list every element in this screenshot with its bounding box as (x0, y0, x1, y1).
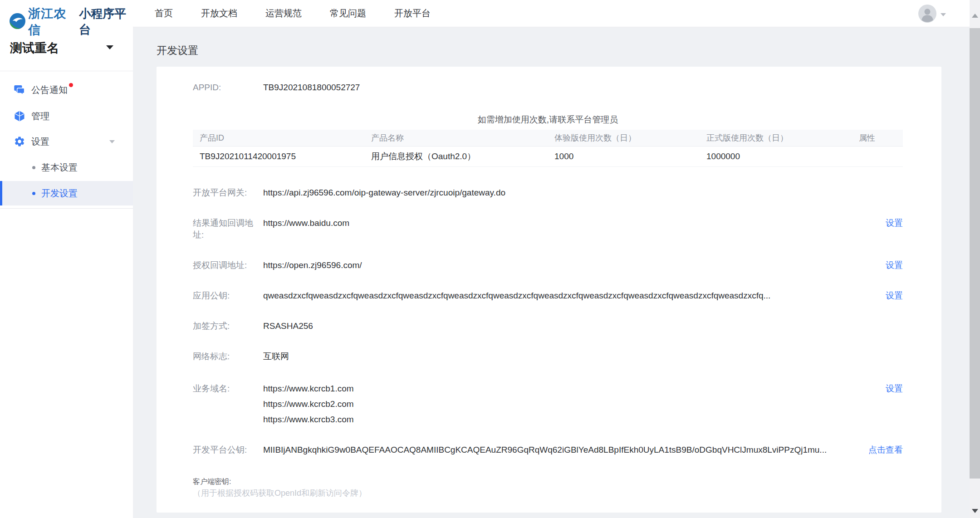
nav-item-rules[interactable]: 运营规范 (265, 7, 302, 20)
scroll-up-arrow-icon[interactable] (972, 14, 978, 18)
table-row: TB9J2021011420001975 用户信息授权（Oauth2.0） 10… (193, 147, 903, 167)
field-label: 授权回调地址: (193, 259, 263, 271)
nav-item-open-platform[interactable]: 开放平台 (394, 7, 431, 20)
page-title: 开发设置 (157, 44, 198, 58)
cell-prod-limit: 1000000 (700, 151, 852, 161)
sidebar-subitem-basic-settings[interactable]: 基本设置 (0, 155, 133, 180)
set-result-callback-link[interactable]: 设置 (886, 217, 903, 229)
main-nav: 首页 开放文档 运营规范 常见问题 开放平台 (133, 7, 431, 20)
top-navigation-bar: 首页 开放文档 运营规范 常见问题 开放平台 (133, 0, 970, 27)
sidebar-item-label: 设置 (31, 136, 49, 148)
sidebar-subitem-label: 基本设置 (41, 161, 78, 174)
sidebar-item-announcements[interactable]: 公告通知 (0, 77, 133, 103)
sidebar-subitem-label: 开发设置 (41, 187, 78, 200)
field-value: https://www.baidu.com (263, 218, 349, 228)
cube-icon (14, 110, 25, 122)
field-business-domains: 业务域名: https://www.kcrcb1.com https://www… (193, 381, 903, 427)
nav-item-faq[interactable]: 常见问题 (330, 7, 366, 20)
field-gateway: 开放平台网关: https://api.zj96596.com/oip-gate… (193, 187, 903, 199)
field-label: 业务域名: (193, 381, 263, 396)
field-sign-method: 加签方式: RSASHA256 (193, 320, 903, 332)
domain-item: https://www.kcrcb1.com (263, 381, 877, 396)
bullet-icon (32, 166, 35, 169)
avatar (918, 5, 936, 24)
col-header-trial-limit: 体验版使用次数（日） (548, 132, 700, 143)
set-app-public-key-link[interactable]: 设置 (886, 290, 903, 302)
message-icon (14, 84, 25, 96)
notification-badge (69, 83, 73, 87)
cell-product-id: TB9J2021011420001975 (193, 151, 364, 161)
col-header-product-name: 产品名称 (364, 132, 548, 143)
appid-row: APPID: TB9J2021081800052727 (193, 82, 903, 93)
logo-brand-text: 浙江农信 (28, 5, 74, 38)
usage-notice: 如需增加使用次数,请联系平台管理员 (193, 114, 903, 126)
domain-item: https://www.kcrcb2.com (263, 396, 877, 412)
bank-logo-icon (9, 13, 26, 31)
nav-item-home[interactable]: 首页 (155, 7, 173, 20)
field-label: 应用公钥: (193, 290, 263, 302)
user-menu[interactable] (918, 5, 946, 24)
field-label: 开放平台网关: (193, 187, 263, 199)
field-value: qweasdzxcfqweasdzxcfqweasdzxcfqweasdzxcf… (263, 291, 770, 300)
sidebar: 浙江农信 小程序平台 测试重名 公告通知 管理 设置 (0, 0, 133, 518)
workspace-caret-down-icon[interactable] (106, 45, 113, 49)
scroll-down-arrow-icon[interactable] (972, 509, 978, 513)
view-platform-public-key-link[interactable]: 点击查看 (868, 444, 903, 456)
sidebar-item-manage[interactable]: 管理 (0, 103, 133, 129)
product-table-header: 产品ID 产品名称 体验版使用次数（日） 正式版使用次数（日） 属性 (193, 130, 903, 147)
gear-icon (14, 136, 25, 147)
col-header-prod-limit: 正式版使用次数（日） (700, 132, 852, 143)
cell-product-name: 用户信息授权（Oauth2.0） (364, 151, 548, 162)
field-client-secret: 客户端密钥: （用于根据授权码获取OpenId和刷新访问令牌） (193, 477, 903, 499)
sidebar-divider (0, 208, 133, 209)
sidebar-item-label: 管理 (31, 110, 49, 122)
field-network-flag: 网络标志: 互联网 (193, 351, 903, 362)
set-domains-link[interactable]: 设置 (886, 381, 903, 396)
sidebar-item-settings[interactable]: 设置 (0, 129, 133, 154)
logo-suffix-text: 小程序平台 (79, 6, 133, 38)
client-secret-hint: （用于根据授权码获取OpenId和刷新访问令牌） (193, 487, 903, 499)
field-label: 加签方式: (193, 320, 263, 332)
appid-label: APPID: (193, 82, 263, 93)
field-result-callback: 结果通知回调地址: https://www.baidu.com 设置 (193, 217, 903, 241)
field-value: https://api.zj96596.com/oip-gateway-serv… (263, 188, 505, 197)
sidebar-item-label: 公告通知 (31, 84, 68, 96)
product-table: 产品ID 产品名称 体验版使用次数（日） 正式版使用次数（日） 属性 TB9J2… (193, 130, 903, 167)
field-value: 互联网 (263, 352, 289, 361)
user-caret-down-icon (941, 13, 946, 16)
sidebar-divider (0, 71, 133, 71)
col-header-product-id: 产品ID (193, 132, 364, 143)
field-value: MIIBIjANBgkqhkiG9w0BAQEFAAOCAQ8AMIIBCgKC… (263, 445, 827, 454)
field-label: 客户端密钥: (193, 477, 903, 487)
chevron-down-icon (109, 140, 115, 143)
nav-item-docs[interactable]: 开放文档 (201, 7, 237, 20)
workspace-name[interactable]: 测试重名 (10, 40, 59, 56)
field-value: RSASHA256 (263, 321, 313, 331)
sidebar-subitem-dev-settings[interactable]: 开发设置 (0, 181, 133, 205)
set-auth-callback-link[interactable]: 设置 (886, 259, 903, 271)
app-logo[interactable]: 浙江农信 小程序平台 (9, 5, 133, 38)
dev-settings-card: APPID: TB9J2021081800052727 如需增加使用次数,请联系… (157, 67, 941, 513)
domain-item: https://www.kcrcb3.com (263, 412, 877, 427)
field-value: https://open.zj96596.com/ (263, 260, 362, 270)
main-content: 开发设置 APPID: TB9J2021081800052727 如需增加使用次… (133, 27, 970, 518)
field-label: 网络标志: (193, 351, 263, 362)
col-header-attribute: 属性 (852, 132, 903, 143)
field-auth-callback: 授权回调地址: https://open.zj96596.com/ 设置 (193, 259, 903, 271)
appid-value: TB9J2021081800052727 (263, 82, 360, 93)
bullet-icon (32, 192, 35, 195)
scrollbar-thumb[interactable] (970, 28, 980, 479)
field-label: 开发平台公钥: (193, 444, 263, 456)
field-label: 结果通知回调地址: (193, 217, 263, 241)
vertical-scrollbar[interactable] (970, 0, 980, 518)
cell-trial-limit: 1000 (548, 151, 700, 161)
field-platform-public-key: 开发平台公钥: MIIBIjANBgkqhkiG9w0BAQEFAAOCAQ8A… (193, 444, 903, 456)
field-app-public-key: 应用公钥: qweasdzxcfqweasdzxcfqweasdzxcfqwea… (193, 290, 903, 302)
